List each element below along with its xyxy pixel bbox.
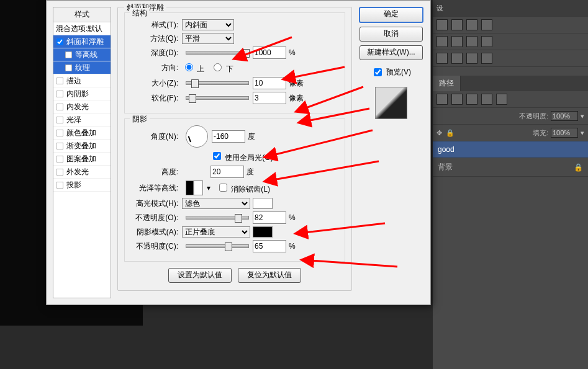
angle-dial[interactable] [186, 125, 208, 148]
rp-icon[interactable] [466, 53, 477, 64]
rp-icon[interactable] [451, 19, 463, 30]
styles-list: 样式 混合选项:默认 斜面和浮雕等高线纹理描边内阴影内发光光泽颜色叠加渐变叠加图… [53, 7, 111, 298]
preview-box [375, 87, 407, 119]
style-item-checkbox[interactable] [57, 103, 64, 110]
trash-icon[interactable] [496, 94, 507, 105]
structure-group: 结构 样式(T): 内斜面 方法(Q): 平滑 深度(D): % [124, 12, 345, 113]
preview-label: 预览(V) [386, 67, 411, 78]
new-style-button[interactable]: 新建样式(W)... [360, 45, 423, 60]
blend-options-row[interactable]: 混合选项:默认 [53, 22, 111, 35]
center-panel: 斜面和浮雕 结构 样式(T): 内斜面 方法(Q): 平滑 深度(D): [117, 7, 352, 298]
link-icon[interactable] [481, 94, 492, 105]
rp-icon[interactable] [451, 53, 463, 64]
set-default-button[interactable]: 设置为默认值 [168, 268, 232, 283]
style-item-2[interactable]: 纹理 [53, 61, 111, 74]
ok-button[interactable]: 确定 [359, 7, 423, 23]
layer-label: 背景 [438, 162, 453, 172]
angle-unit: 度 [248, 131, 255, 142]
style-item-10[interactable]: 外发光 [53, 166, 111, 179]
style-item-label: 等高线 [75, 50, 97, 59]
style-item-checkbox[interactable] [57, 155, 64, 162]
cancel-button[interactable]: 取消 [360, 27, 423, 42]
style-item-checkbox[interactable] [57, 116, 64, 123]
highlight-opacity-input[interactable] [253, 211, 286, 224]
chevron-down-icon[interactable]: ▾ [207, 184, 210, 192]
style-item-1[interactable]: 等高线 [53, 48, 111, 61]
text-icon[interactable] [466, 94, 477, 105]
style-item-11[interactable]: 投影 [53, 179, 111, 192]
direction-down-radio[interactable]: 下 [210, 61, 233, 74]
highlight-color-swatch[interactable] [253, 198, 273, 209]
style-item-3[interactable]: 描边 [53, 74, 111, 87]
style-item-4[interactable]: 内阴影 [53, 87, 111, 100]
lock-icon[interactable] [451, 94, 463, 105]
chevron-down-icon[interactable]: ▾ [581, 112, 584, 120]
preview-check[interactable]: 预览(V) [371, 66, 411, 78]
rp-icon[interactable] [481, 19, 492, 30]
soften-slider[interactable] [186, 96, 249, 100]
depth-label: 深度(D): [130, 48, 178, 58]
style-item-checkbox[interactable] [65, 64, 73, 71]
angle-input[interactable] [212, 130, 245, 143]
rp-icon[interactable] [436, 36, 448, 47]
rp-icon[interactable] [436, 19, 448, 30]
layer-good[interactable]: good [433, 141, 588, 158]
chevron-down-icon[interactable]: ▾ [581, 129, 584, 137]
style-item-checkbox[interactable] [57, 90, 64, 97]
rp-icon[interactable] [481, 36, 492, 47]
depth-input[interactable] [253, 47, 286, 59]
style-combo[interactable]: 内斜面 [182, 19, 234, 30]
depth-unit: % [289, 48, 296, 57]
style-item-checkbox[interactable] [57, 129, 64, 136]
style-item-checkbox[interactable] [57, 168, 64, 176]
use-global-light-check[interactable]: 使用全局光(G) [210, 150, 273, 163]
fill-input[interactable] [551, 128, 578, 138]
highlight-opacity-slider[interactable] [186, 216, 249, 220]
highlight-opacity-label: 不透明度(O): [130, 213, 178, 223]
gloss-contour-swatch[interactable] [186, 180, 203, 195]
rp-icon[interactable] [436, 53, 448, 64]
style-item-7[interactable]: 颜色叠加 [53, 127, 111, 140]
rp-icon[interactable] [451, 36, 463, 47]
paths-tab[interactable]: 路径 [433, 76, 461, 91]
style-item-label: 斜面和浮雕 [66, 37, 104, 46]
rp-icon[interactable] [466, 19, 477, 30]
style-item-0[interactable]: 斜面和浮雕 [53, 35, 111, 48]
shadow-opacity-input[interactable] [253, 240, 286, 252]
move-icon[interactable]: ✥ [436, 129, 442, 137]
method-label: 方法(Q): [130, 33, 178, 44]
style-item-checkbox[interactable] [57, 38, 64, 45]
styles-header: 样式 [53, 7, 111, 22]
style-item-6[interactable]: 光泽 [53, 113, 111, 127]
highlight-mode-combo[interactable]: 滤色 [182, 198, 250, 209]
style-item-checkbox[interactable] [57, 181, 64, 189]
style-item-9[interactable]: 图案叠加 [53, 153, 111, 166]
direction-up-radio[interactable]: 上 [182, 61, 204, 74]
layer-toolbar [433, 91, 588, 108]
antialias-check[interactable]: 消除锯齿(L) [217, 182, 270, 195]
depth-slider[interactable] [186, 51, 249, 55]
style-item-5[interactable]: 内发光 [53, 100, 111, 113]
shadow-color-swatch[interactable] [253, 226, 273, 238]
rp-icon[interactable] [466, 36, 477, 47]
soften-input[interactable] [253, 92, 286, 104]
layer-background[interactable]: 背景 🔒 [433, 158, 588, 177]
opacity-input[interactable] [551, 111, 578, 121]
style-item-label: 内发光 [66, 102, 89, 111]
right-panel-tab[interactable]: 设 [433, 0, 588, 17]
size-slider[interactable] [186, 81, 249, 85]
shadow-mode-combo[interactable]: 正片叠底 [182, 226, 250, 238]
reset-default-button[interactable]: 复位为默认值 [238, 268, 301, 283]
method-combo[interactable]: 平滑 [182, 33, 234, 44]
lock-icon[interactable]: 🔒 [446, 129, 455, 137]
style-item-checkbox[interactable] [65, 51, 73, 58]
style-item-checkbox[interactable] [57, 77, 64, 84]
size-input[interactable] [253, 77, 286, 89]
rp-icon[interactable] [481, 53, 492, 64]
altitude-input[interactable] [210, 166, 244, 178]
opacity-row: 不透明度: ▾ [433, 108, 588, 125]
eye-icon[interactable] [436, 94, 448, 105]
style-item-8[interactable]: 渐变叠加 [53, 140, 111, 153]
style-item-checkbox[interactable] [57, 142, 64, 149]
shadow-opacity-slider[interactable] [186, 244, 249, 248]
